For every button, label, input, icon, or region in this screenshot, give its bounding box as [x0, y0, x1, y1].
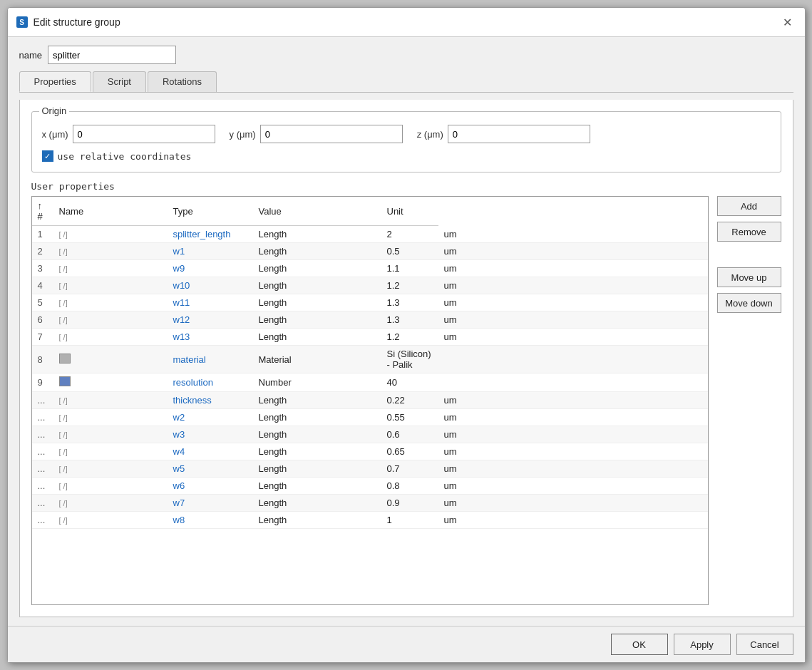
- row-icon: [ /]: [53, 409, 168, 426]
- properties-table-container[interactable]: ↑ # Name Type Value Unit 1[ /]splitter_l…: [31, 196, 709, 605]
- row-prop-name: w3: [168, 426, 253, 443]
- table-row[interactable]: 3[ /]w9Length1.1um: [32, 260, 708, 277]
- y-input[interactable]: [260, 125, 403, 143]
- name-input[interactable]: [48, 46, 176, 64]
- row-prop-name: w4: [168, 443, 253, 460]
- z-label: z (μm): [417, 129, 443, 140]
- tab-content-properties: Origin x (μm) y (μm) z (μm): [19, 100, 793, 617]
- table-row[interactable]: 4[ /]w10Length1.2um: [32, 277, 708, 294]
- user-properties-section: User properties ↑ # Name Type: [31, 181, 781, 605]
- table-row[interactable]: ...[ /]w6Length0.8um: [32, 478, 708, 495]
- table-row[interactable]: 7[ /]w13Length1.2um: [32, 329, 708, 346]
- row-prop-name: material: [168, 346, 253, 373]
- close-button[interactable]: ✕: [779, 14, 796, 31]
- row-prop-type: Number: [253, 373, 381, 392]
- table-row[interactable]: ...[ /]w5Length0.7um: [32, 460, 708, 478]
- row-prop-name: w2: [168, 409, 253, 426]
- row-prop-unit: um: [438, 243, 708, 260]
- row-prop-unit: um: [438, 478, 708, 495]
- row-prop-type: Length: [253, 409, 381, 426]
- row-prop-name: w7: [168, 495, 253, 512]
- title-bar: S Edit structure group ✕: [8, 8, 805, 37]
- row-prop-unit: um: [438, 277, 708, 294]
- table-row[interactable]: ...[ /]w3Length0.6um: [32, 426, 708, 443]
- relative-coords-checkbox[interactable]: ✓: [42, 150, 53, 162]
- col-header-name: Name: [53, 197, 168, 226]
- ok-button[interactable]: OK: [611, 634, 668, 655]
- origin-label: Origin: [39, 105, 70, 116]
- row-prop-value: 0.5: [381, 243, 438, 260]
- row-prop-unit: um: [438, 294, 708, 311]
- dialog-title: Edit structure group: [34, 16, 120, 28]
- col-header-unit: Unit: [381, 197, 438, 226]
- row-num: 7: [32, 329, 53, 346]
- row-prop-type: Length: [253, 277, 381, 294]
- row-icon: [ /]: [53, 392, 168, 409]
- row-prop-value: 40: [381, 373, 438, 392]
- row-num: 3: [32, 260, 53, 277]
- props-layout: ↑ # Name Type Value Unit 1[ /]splitter_l…: [31, 196, 781, 605]
- table-row[interactable]: 2[ /]w1Length0.5um: [32, 243, 708, 260]
- table-row[interactable]: ...[ /]w8Length1um: [32, 512, 708, 529]
- row-prop-unit: um: [438, 226, 708, 243]
- tab-script[interactable]: Script: [93, 71, 146, 92]
- row-prop-type: Length: [253, 243, 381, 260]
- row-icon: [ /]: [53, 495, 168, 512]
- table-row[interactable]: 6[ /]w12Length1.3um: [32, 311, 708, 329]
- table-row[interactable]: ...[ /]w7Length0.9um: [32, 495, 708, 512]
- row-icon: [ /]: [53, 226, 168, 243]
- row-prop-name: splitter_length: [168, 226, 253, 243]
- table-row[interactable]: ...[ /]w4Length0.65um: [32, 443, 708, 460]
- table-row[interactable]: ...[ /]thicknessLength0.22um: [32, 392, 708, 409]
- table-header-row: ↑ # Name Type Value Unit: [32, 197, 708, 226]
- table-row[interactable]: ...[ /]w2Length0.55um: [32, 409, 708, 426]
- row-icon: [53, 373, 168, 392]
- z-input[interactable]: [448, 125, 590, 143]
- row-prop-unit: um: [438, 409, 708, 426]
- col-header-num: ↑ #: [32, 197, 53, 226]
- row-prop-unit: um: [438, 443, 708, 460]
- row-prop-value: 0.55: [381, 409, 438, 426]
- title-bar-left: S Edit structure group: [16, 16, 120, 28]
- user-properties-label: User properties: [31, 181, 781, 192]
- row-prop-type: Length: [253, 512, 381, 529]
- row-prop-value: 0.6: [381, 426, 438, 443]
- x-label: x (μm): [42, 129, 68, 140]
- row-prop-unit: um: [438, 260, 708, 277]
- row-icon: [ /]: [53, 478, 168, 495]
- row-prop-name: w8: [168, 512, 253, 529]
- origin-fields: x (μm) y (μm) z (μm): [42, 125, 771, 143]
- table-row[interactable]: 8materialMaterialSi (Silicon) - Palik: [32, 346, 708, 373]
- row-prop-unit: um: [438, 311, 708, 329]
- sort-icon-num: ↑: [38, 200, 43, 211]
- row-icon: [53, 346, 168, 373]
- move-down-button[interactable]: Move down: [717, 293, 781, 313]
- remove-button[interactable]: Remove: [717, 222, 781, 242]
- table-row[interactable]: 5[ /]w11Length1.3um: [32, 294, 708, 311]
- row-num: ...: [32, 460, 53, 478]
- tabs-row: Properties Script Rotations: [19, 71, 793, 93]
- row-prop-value: 0.22: [381, 392, 438, 409]
- row-prop-value: 1.2: [381, 277, 438, 294]
- table-row[interactable]: 1[ /]splitter_lengthLength2um: [32, 226, 708, 243]
- relative-coords-label: use relative coordinates: [58, 151, 192, 162]
- row-prop-type: Length: [253, 495, 381, 512]
- table-row[interactable]: 9resolutionNumber40: [32, 373, 708, 392]
- row-prop-unit: um: [438, 460, 708, 478]
- col-header-value: Value: [253, 197, 381, 226]
- apply-button[interactable]: Apply: [674, 634, 731, 655]
- tab-rotations[interactable]: Rotations: [148, 71, 217, 92]
- tab-properties[interactable]: Properties: [19, 71, 91, 92]
- row-icon: [ /]: [53, 311, 168, 329]
- cancel-button[interactable]: Cancel: [736, 634, 793, 655]
- row-prop-name: w9: [168, 260, 253, 277]
- row-num: ...: [32, 478, 53, 495]
- move-up-button[interactable]: Move up: [717, 267, 781, 287]
- name-label: name: [19, 50, 43, 61]
- row-num: 9: [32, 373, 53, 392]
- x-field-group: x (μm): [42, 125, 215, 143]
- row-num: 2: [32, 243, 53, 260]
- add-button[interactable]: Add: [717, 196, 781, 216]
- x-input[interactable]: [73, 125, 215, 143]
- row-prop-type: Material: [253, 346, 381, 373]
